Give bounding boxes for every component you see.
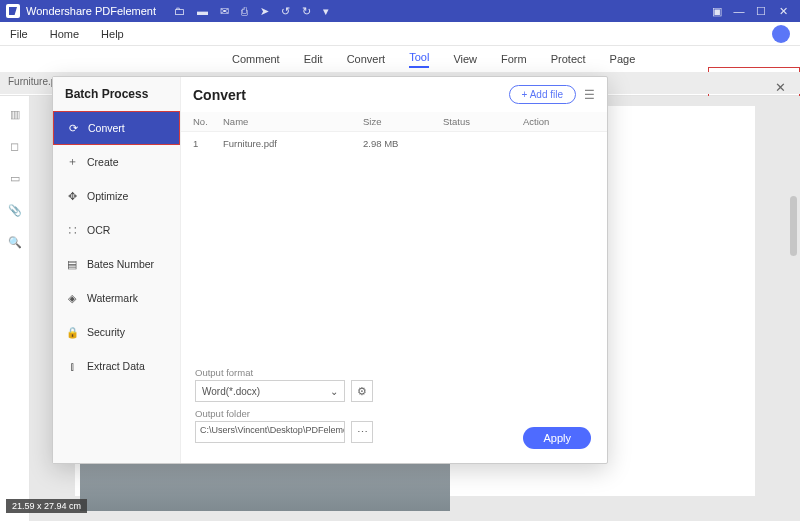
- dimension-badge: 21.59 x 27.94 cm: [6, 499, 87, 513]
- sidebar-item-optimize[interactable]: ✥Optimize: [53, 179, 180, 213]
- ribbon-tabs: Comment Edit Convert Tool View Form Prot…: [0, 46, 800, 68]
- account-avatar-icon[interactable]: [772, 25, 790, 43]
- lock-icon: 🔒: [65, 325, 79, 339]
- create-icon: ＋: [65, 155, 79, 169]
- tab-form[interactable]: Form: [501, 53, 527, 68]
- window-settings-icon[interactable]: ▣: [706, 5, 728, 18]
- mail-icon[interactable]: ✉: [220, 5, 229, 18]
- sidebar-item-watermark[interactable]: ◈Watermark: [53, 281, 180, 315]
- attachment-icon[interactable]: 📎: [7, 202, 23, 218]
- menu-home[interactable]: Home: [50, 28, 79, 40]
- search-icon[interactable]: 🔍: [7, 234, 23, 250]
- menu-bar: File Home Help: [0, 22, 800, 46]
- menu-file[interactable]: File: [10, 28, 28, 40]
- page-image-placeholder: [80, 461, 450, 511]
- table-row[interactable]: 1 Furniture.pdf 2.98 MB: [181, 132, 607, 155]
- sidebar-item-security[interactable]: 🔒Security: [53, 315, 180, 349]
- close-window-button[interactable]: ✕: [772, 5, 794, 18]
- sidebar-item-convert[interactable]: ⟳Convert: [53, 111, 180, 145]
- title-bar: Wondershare PDFelement 🗀 ▬ ✉ ⎙ ➤ ↺ ↻ ▾ ▣…: [0, 0, 800, 22]
- ellipsis-icon: ⋯: [357, 426, 368, 439]
- bates-icon: ▤: [65, 257, 79, 271]
- chevron-down-icon: ⌄: [330, 386, 338, 397]
- apply-button[interactable]: Apply: [523, 427, 591, 449]
- undo-icon[interactable]: ↺: [281, 5, 290, 18]
- minimize-button[interactable]: —: [728, 5, 750, 17]
- quick-access-toolbar: 🗀 ▬ ✉ ⎙ ➤ ↺ ↻ ▾: [174, 5, 329, 18]
- file-table-header: No. Name Size Status Action: [181, 112, 607, 132]
- col-action: Action: [523, 116, 583, 127]
- tab-edit[interactable]: Edit: [304, 53, 323, 68]
- sidebar-item-extract[interactable]: ⫿Extract Data: [53, 349, 180, 383]
- convert-icon: ⟳: [66, 121, 80, 135]
- file-table-body: 1 Furniture.pdf 2.98 MB: [181, 132, 607, 357]
- app-name: Wondershare PDFelement: [26, 5, 156, 17]
- tab-page[interactable]: Page: [610, 53, 636, 68]
- qat-dropdown-icon[interactable]: ▾: [323, 5, 329, 18]
- tab-convert[interactable]: Convert: [347, 53, 386, 68]
- ocr-icon: ⸬: [65, 223, 79, 237]
- cell-size: 2.98 MB: [363, 138, 443, 149]
- sidebar-item-create[interactable]: ＋Create: [53, 145, 180, 179]
- close-dialog-button[interactable]: ✕: [775, 80, 786, 95]
- output-folder-field[interactable]: C:\Users\Vincent\Desktop\PDFelement\Cor: [195, 421, 345, 443]
- watermark-icon: ◈: [65, 291, 79, 305]
- tab-protect[interactable]: Protect: [551, 53, 586, 68]
- col-no: No.: [193, 116, 223, 127]
- col-status: Status: [443, 116, 523, 127]
- print-icon[interactable]: ⎙: [241, 5, 248, 18]
- tab-tool[interactable]: Tool: [409, 51, 429, 68]
- batch-process-dialog: Batch Process ⟳Convert ＋Create ✥Optimize…: [52, 76, 608, 464]
- panel-menu-icon[interactable]: ☰: [584, 88, 595, 102]
- gear-icon: ⚙: [357, 385, 367, 398]
- browse-folder-button[interactable]: ⋯: [351, 421, 373, 443]
- vertical-scrollbar[interactable]: [790, 196, 797, 256]
- optimize-icon: ✥: [65, 189, 79, 203]
- thumbnails-icon[interactable]: ▥: [7, 106, 23, 122]
- share-icon[interactable]: ➤: [260, 5, 269, 18]
- batch-main-panel: Convert + Add file ☰ No. Name Size Statu…: [181, 77, 607, 463]
- left-rail: ▥ ◻ ▭ 📎 🔍: [0, 96, 30, 521]
- app-logo-icon: [6, 4, 20, 18]
- comment-panel-icon[interactable]: ▭: [7, 170, 23, 186]
- col-name: Name: [223, 116, 363, 127]
- tab-comment[interactable]: Comment: [232, 53, 280, 68]
- cell-no: 1: [193, 138, 223, 149]
- output-folder-label: Output folder: [195, 408, 593, 419]
- panel-header: Convert + Add file ☰: [181, 77, 607, 112]
- maximize-button[interactable]: ☐: [750, 5, 772, 18]
- open-icon[interactable]: 🗀: [174, 5, 185, 18]
- batch-sidebar-title: Batch Process: [53, 77, 180, 111]
- save-icon[interactable]: ▬: [197, 5, 208, 18]
- panel-title: Convert: [193, 87, 246, 103]
- batch-sidebar: Batch Process ⟳Convert ＋Create ✥Optimize…: [53, 77, 181, 463]
- sidebar-item-ocr[interactable]: ⸬OCR: [53, 213, 180, 247]
- tab-view[interactable]: View: [453, 53, 477, 68]
- output-format-label: Output format: [195, 367, 593, 378]
- redo-icon[interactable]: ↻: [302, 5, 311, 18]
- format-settings-button[interactable]: ⚙: [351, 380, 373, 402]
- bookmark-icon[interactable]: ◻: [7, 138, 23, 154]
- menu-help[interactable]: Help: [101, 28, 124, 40]
- sidebar-item-bates[interactable]: ▤Bates Number: [53, 247, 180, 281]
- add-file-button[interactable]: + Add file: [509, 85, 576, 104]
- extract-icon: ⫿: [65, 359, 79, 373]
- col-size: Size: [363, 116, 443, 127]
- cell-name: Furniture.pdf: [223, 138, 363, 149]
- output-format-select[interactable]: Word(*.docx)⌄: [195, 380, 345, 402]
